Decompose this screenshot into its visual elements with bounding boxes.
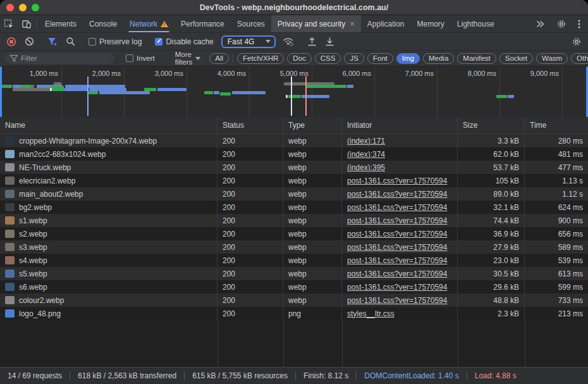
initiator-link[interactable]: post-1361.css?ver=17570594 xyxy=(347,203,447,212)
cell-size: 32.1 kB xyxy=(458,201,525,214)
export-har-icon[interactable] xyxy=(322,35,337,49)
filter-chip-doc[interactable]: Doc xyxy=(287,53,311,64)
tab-console[interactable]: Console xyxy=(83,15,123,32)
filter-chip-all[interactable]: All xyxy=(209,53,229,64)
tab-sources[interactable]: Sources xyxy=(231,15,271,32)
disable-cache-label: Disable cache xyxy=(166,37,213,46)
network-conditions-icon[interactable] xyxy=(281,35,296,49)
import-har-icon[interactable] xyxy=(304,35,319,49)
overview-left-handle[interactable] xyxy=(0,66,2,117)
table-row[interactable]: cropped-Whitagram-Image-200x74.webp200we… xyxy=(0,134,588,147)
checkbox[interactable] xyxy=(126,54,133,62)
tab-elements[interactable]: Elements xyxy=(39,15,83,32)
checkbox[interactable] xyxy=(155,38,162,46)
filter-chip-img[interactable]: Img xyxy=(396,53,420,64)
initiator-link[interactable]: post-1361.css?ver=17570594 xyxy=(347,243,447,252)
checkbox[interactable] xyxy=(89,38,96,46)
table-row[interactable]: s4.webp200webppost-1361.css?ver=17570594… xyxy=(0,254,588,267)
file-thumbnail-icon xyxy=(5,243,15,251)
column-header-time[interactable]: Time xyxy=(525,117,588,133)
search-icon[interactable] xyxy=(63,35,78,49)
filter-chip-other[interactable]: Other xyxy=(571,53,588,64)
initiator-link[interactable]: (index):374 xyxy=(347,150,385,159)
initiator-link[interactable]: post-1361.css?ver=17570594 xyxy=(347,190,447,199)
file-thumbnail-icon xyxy=(5,163,15,171)
disable-cache-checkbox[interactable]: Disable cache xyxy=(152,37,216,46)
initiator-link[interactable]: post-1361.css?ver=17570594 xyxy=(347,283,447,292)
cell-time: 477 ms xyxy=(525,161,588,174)
filter-chip-font[interactable]: Font xyxy=(367,53,393,64)
initiator-link[interactable]: (index):395 xyxy=(347,163,385,172)
cell-time: 213 ms xyxy=(525,307,588,320)
file-thumbnail-icon xyxy=(5,256,15,264)
table-row[interactable]: man2cc2-683x1024.webp200webp(index):3746… xyxy=(0,147,588,161)
initiator-link[interactable]: post-1361.css?ver=17570594 xyxy=(347,296,447,305)
filter-chip-socket[interactable]: Socket xyxy=(499,53,533,64)
close-tab-icon[interactable]: × xyxy=(350,19,355,28)
settings-gear-icon[interactable] xyxy=(553,19,570,29)
table-row[interactable]: s5.webp200webppost-1361.css?ver=17570594… xyxy=(0,267,588,280)
table-row[interactable]: s2.webp200webppost-1361.css?ver=17570594… xyxy=(0,227,588,240)
more-filters-dropdown[interactable]: More filters xyxy=(173,51,203,66)
throttling-select[interactable]: Fast 4G xyxy=(221,35,276,48)
filter-chip-media[interactable]: Media xyxy=(423,53,454,64)
record-network-log-icon[interactable] xyxy=(4,35,19,49)
more-tabs-icon[interactable] xyxy=(532,20,549,28)
initiator-link[interactable]: post-1361.css?ver=17570594 xyxy=(347,216,447,225)
initiator-link[interactable]: post-1361.css?ver=17570594 xyxy=(347,230,447,238)
initiator-link[interactable]: styles__ltr.css xyxy=(347,309,395,318)
invert-checkbox[interactable]: Invert xyxy=(123,54,157,62)
network-overview-timeline[interactable]: 1,000 ms2,000 ms3,000 ms4,000 ms5,000 ms… xyxy=(0,66,588,117)
table-row[interactable]: s1.webp200webppost-1361.css?ver=17570594… xyxy=(0,214,588,227)
filter-chip-js[interactable]: JS xyxy=(344,53,364,64)
column-header-status[interactable]: Status xyxy=(217,117,283,133)
inspect-element-icon[interactable] xyxy=(0,15,18,32)
table-row[interactable]: main_about2.webp200webppost-1361.css?ver… xyxy=(0,187,588,201)
column-header-initiator[interactable]: Initiator xyxy=(342,117,458,133)
cell-time: 280 ms xyxy=(525,134,588,147)
filter-chip-manifest[interactable]: Manifest xyxy=(457,53,496,64)
initiator-link[interactable]: post-1361.css?ver=17570594 xyxy=(347,256,447,265)
dom-content-loaded-line xyxy=(87,77,89,116)
request-name: elecrician2.webp xyxy=(19,177,75,185)
tab-network[interactable]: Network! xyxy=(123,15,175,32)
filter-chip-fetch-xhr[interactable]: Fetch/XHR xyxy=(237,53,284,64)
request-name: s5.webp xyxy=(19,269,47,278)
device-toolbar-icon[interactable] xyxy=(18,15,35,32)
tab-performance[interactable]: Performance xyxy=(175,15,231,32)
table-row[interactable]: s3.webp200webppost-1361.css?ver=17570594… xyxy=(0,240,588,254)
tab-label: Privacy and security xyxy=(278,20,345,28)
column-header-size[interactable]: Size xyxy=(458,117,525,133)
table-row[interactable]: NE-Truck.webp200webp(index):39553.7 kB47… xyxy=(0,161,588,174)
column-header-type[interactable]: Type xyxy=(283,117,342,133)
column-header-name[interactable]: Name xyxy=(0,117,217,133)
filter-text-field[interactable] xyxy=(21,54,109,62)
tab-memory[interactable]: Memory xyxy=(411,15,451,32)
clear-network-log-icon[interactable] xyxy=(21,35,37,49)
tab-privacy-and-security[interactable]: Privacy and security× xyxy=(271,15,361,32)
preserve-log-checkbox[interactable]: Preserve log xyxy=(86,37,144,46)
filter-funnel-icon[interactable] xyxy=(45,35,60,49)
cell-status: 200 xyxy=(217,187,283,201)
filter-chip-css[interactable]: CSS xyxy=(315,53,341,64)
kebab-menu-icon[interactable] xyxy=(570,19,588,29)
cell-size: 29.6 kB xyxy=(458,280,525,294)
initiator-link[interactable]: (index):171 xyxy=(347,137,385,146)
tab-application[interactable]: Application xyxy=(361,15,411,32)
load-line xyxy=(305,77,307,116)
filter-input[interactable] xyxy=(5,53,114,64)
tab-label: Console xyxy=(89,20,117,28)
table-row[interactable]: s6.webp200webppost-1361.css?ver=17570594… xyxy=(0,280,588,294)
network-settings-gear-icon[interactable] xyxy=(569,35,584,49)
table-row[interactable]: logo_48.png200pngstyles__ltr.css2.3 kB21… xyxy=(0,307,588,320)
cell-time: 733 ms xyxy=(525,294,588,307)
table-row[interactable]: bg2.webp200webppost-1361.css?ver=1757059… xyxy=(0,201,588,214)
initiator-link[interactable]: post-1361.css?ver=17570594 xyxy=(347,177,447,185)
tab-lighthouse[interactable]: Lighthouse xyxy=(451,15,501,32)
initiator-link[interactable]: post-1361.css?ver=17570594 xyxy=(347,269,447,278)
cell-status: 200 xyxy=(217,134,283,147)
table-row[interactable]: elecrician2.webp200webppost-1361.css?ver… xyxy=(0,174,588,187)
table-row[interactable]: colour2.webp200webppost-1361.css?ver=175… xyxy=(0,294,588,307)
filter-chip-wasm[interactable]: Wasm xyxy=(536,53,568,64)
cell-status: 200 xyxy=(217,294,283,307)
